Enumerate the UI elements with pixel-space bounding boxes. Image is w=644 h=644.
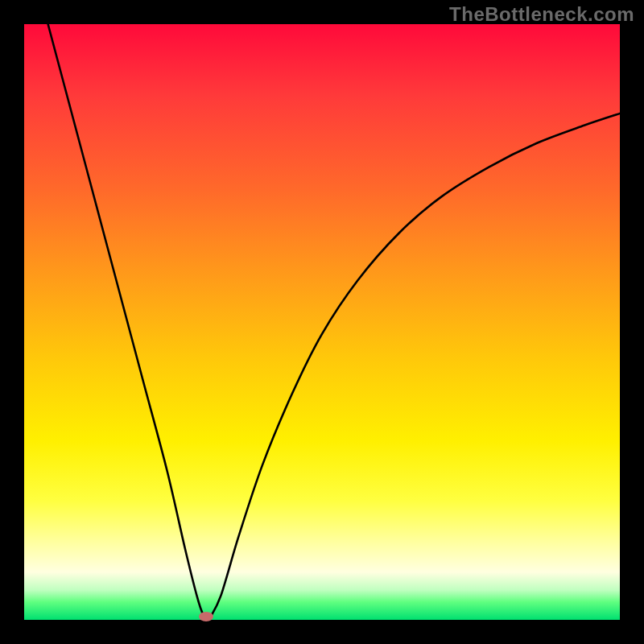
min-marker: [199, 612, 213, 621]
bottleneck-curve: [24, 24, 620, 620]
curve-path: [48, 24, 620, 620]
watermark-text: TheBottleneck.com: [449, 3, 634, 26]
plot-area: [24, 24, 620, 620]
chart-frame: TheBottleneck.com: [0, 0, 644, 644]
